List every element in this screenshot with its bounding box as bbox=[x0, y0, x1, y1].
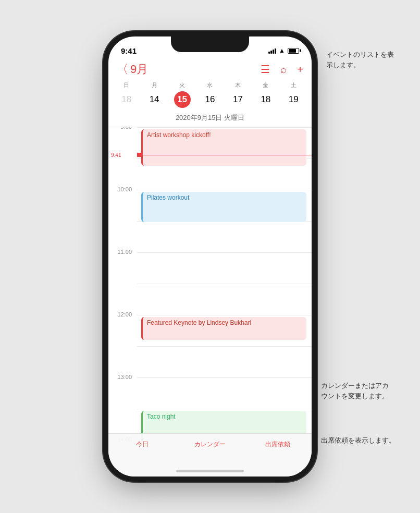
day-num-fri: 18 bbox=[257, 91, 274, 108]
battery-icon bbox=[288, 48, 299, 54]
day-num-sat: 19 bbox=[285, 91, 302, 108]
add-event-button[interactable]: + bbox=[297, 64, 303, 76]
tab-today-label: 今日 bbox=[136, 440, 149, 449]
home-indicator bbox=[176, 470, 244, 472]
time-label-900: 9:00 bbox=[108, 127, 137, 155]
time-label-1300: 13:00 bbox=[108, 374, 137, 405]
tab-bar: 今日 カレンダー 出席依頼 bbox=[108, 433, 312, 477]
search-button[interactable]: ⌕ bbox=[280, 64, 287, 76]
time-label-1330 bbox=[108, 405, 137, 436]
back-button[interactable]: 〈 bbox=[117, 62, 128, 77]
header-icons: ☰ ⌕ + bbox=[261, 63, 303, 76]
week-day-wed[interactable]: 水 16 bbox=[196, 81, 224, 108]
event-artist-workshop[interactable]: Artist workshop kickoff! bbox=[141, 129, 306, 166]
day-name-sat: 土 bbox=[291, 81, 297, 89]
timeline[interactable]: 9:00 10:00 11:00 bbox=[108, 127, 312, 477]
week-header: 日 18 月 14 火 15 水 16 木 17 金 18 bbox=[108, 81, 312, 108]
time-label-1100: 11:00 bbox=[108, 249, 137, 280]
time-slot-1100: 11:00 bbox=[108, 252, 312, 284]
time-area-1100 bbox=[137, 252, 312, 284]
day-name-sun: 日 bbox=[123, 81, 129, 89]
day-name-tue: 火 bbox=[179, 81, 185, 89]
annotation-top-right: イベントのリストを表 示します。 bbox=[326, 50, 399, 70]
battery-fill bbox=[289, 49, 296, 53]
week-day-sat[interactable]: 土 19 bbox=[280, 81, 307, 108]
event-title-keynote: Featured Keynote by Lindsey Bukhari bbox=[147, 319, 251, 326]
day-name-fri: 金 bbox=[263, 81, 268, 89]
status-icons: ▲ bbox=[268, 47, 299, 54]
month-label: 9月 bbox=[130, 62, 261, 77]
list-view-button[interactable]: ☰ bbox=[261, 63, 270, 76]
day-num-sun: 18 bbox=[118, 91, 135, 108]
time-slot-1230 bbox=[108, 346, 312, 377]
signal-bar-2 bbox=[270, 51, 272, 54]
tab-calendar-label: カレンダー bbox=[194, 440, 226, 449]
time-label-930 bbox=[108, 155, 137, 186]
time-label-1130 bbox=[108, 280, 137, 311]
event-title-artist-workshop: Artist workshop kickoff! bbox=[147, 131, 211, 139]
signal-bar-3 bbox=[273, 50, 274, 54]
wifi-icon: ▲ bbox=[279, 47, 285, 54]
time-area-1030 bbox=[137, 221, 312, 252]
week-day-fri[interactable]: 金 18 bbox=[252, 81, 279, 108]
event-title-pilates: Pilates workout bbox=[147, 194, 189, 201]
annotation-mid-right: カレンダーまたはアカウントを変更します。 bbox=[321, 381, 404, 401]
time-area-1300 bbox=[137, 377, 312, 409]
day-num-thu: 17 bbox=[229, 91, 246, 108]
time-label-1230 bbox=[108, 343, 137, 374]
screen: 9:41 ▲ 〈 9月 ☰ ⌕ + bbox=[108, 36, 312, 477]
day-num-tue: 15 bbox=[174, 91, 191, 108]
phone-frame: 9:41 ▲ 〈 9月 ☰ ⌕ + bbox=[108, 36, 312, 477]
time-slot-1300: 13:00 bbox=[108, 377, 312, 409]
week-day-tue[interactable]: 火 15 bbox=[168, 81, 196, 108]
time-label-1030 bbox=[108, 217, 137, 249]
signal-bar-1 bbox=[268, 52, 270, 54]
current-time-label: 9:41 bbox=[111, 152, 121, 158]
day-name-wed: 水 bbox=[207, 81, 213, 89]
week-day-mon[interactable]: 月 14 bbox=[140, 81, 168, 108]
tab-today[interactable]: 今日 bbox=[108, 439, 176, 449]
calendar-header: 〈 9月 ☰ ⌕ + bbox=[108, 59, 312, 81]
notch bbox=[171, 36, 249, 52]
week-day-thu[interactable]: 木 17 bbox=[224, 81, 252, 108]
day-num-mon: 14 bbox=[146, 91, 163, 108]
time-label-1200: 12:00 bbox=[108, 311, 137, 343]
day-num-wed: 16 bbox=[202, 91, 218, 108]
day-name-mon: 月 bbox=[152, 81, 157, 89]
week-day-sun[interactable]: 日 18 bbox=[113, 81, 140, 108]
day-name-thu: 木 bbox=[235, 81, 241, 89]
time-label-1000: 10:00 bbox=[108, 186, 137, 217]
event-pilates[interactable]: Pilates workout bbox=[141, 192, 306, 222]
annotation-bot-right: 出席依頼を表示します。 bbox=[321, 435, 404, 446]
tab-inbox-label: 出席依頼 bbox=[265, 440, 290, 449]
signal-bar-4 bbox=[275, 48, 276, 54]
tab-calendar[interactable]: カレンダー bbox=[176, 439, 244, 449]
tab-inbox[interactable]: 出席依頼 bbox=[244, 439, 312, 449]
event-keynote[interactable]: Featured Keynote by Lindsey Bukhari bbox=[141, 317, 306, 340]
current-time-dot bbox=[137, 153, 141, 157]
current-time-line bbox=[141, 155, 312, 155]
event-title-taco-night: Taco night bbox=[147, 413, 176, 420]
status-time: 9:41 bbox=[121, 46, 137, 55]
current-time-indicator: 9:41 bbox=[137, 153, 312, 157]
time-slot-1130 bbox=[108, 284, 312, 315]
signal-bars-icon bbox=[268, 47, 276, 54]
time-area-1130 bbox=[137, 284, 312, 315]
date-title: 2020年9月15日 火曜日 bbox=[108, 110, 312, 127]
time-slot-1030 bbox=[108, 221, 312, 252]
time-area-1230 bbox=[137, 346, 312, 377]
